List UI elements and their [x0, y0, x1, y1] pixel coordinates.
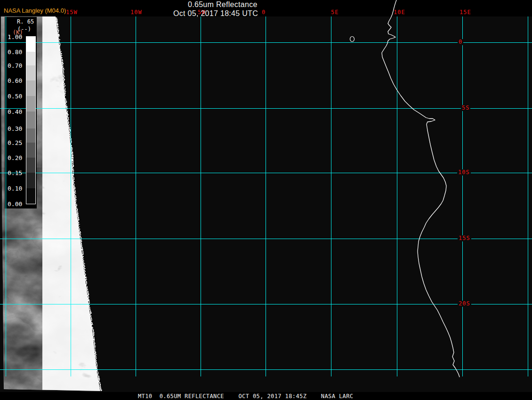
colorbar-step — [26, 37, 35, 52]
colorbar-step — [26, 80, 35, 96]
colorbar-tick-label: 0.50 — [8, 93, 22, 100]
satellite-viewer: 15W 10W 5W 0 5E 10E 15E NASA Langley (M0… — [0, 0, 532, 400]
legend-title: R. 65 — [17, 18, 34, 25]
lon-label-10w: 10W — [130, 10, 142, 15]
colorbar-tick-label: 0.15 — [8, 169, 22, 176]
colorbar-step — [26, 188, 35, 204]
lat-label-0: 0 — [458, 39, 463, 45]
colorbar-tick-label: 0.70 — [8, 62, 22, 69]
colorbar-tick-label: 0.80 — [8, 48, 22, 56]
colorbar-step — [26, 52, 35, 65]
colorbar-tick-label: 0.30 — [8, 125, 22, 132]
lon-label-10e: 10E — [394, 10, 405, 15]
colorbar-tick-label: 0.40 — [8, 108, 22, 115]
lon-label-0: 0 — [262, 10, 266, 15]
lat-label-15s: 15S — [458, 235, 471, 241]
colorbar-tick-label: 0.10 — [8, 185, 22, 192]
colorbar-tick-label: 0.20 — [8, 154, 22, 161]
colorbar-tick-label: 0.00 — [8, 200, 22, 208]
lat-label-5s: 5S — [461, 105, 470, 111]
colorbar-step — [26, 128, 35, 143]
colorbar-step — [26, 143, 35, 158]
colorbar-step — [26, 96, 35, 112]
lon-label-5e: 5E — [331, 10, 339, 15]
footer-caption: MT10 0.65UM REFLECTANCE OCT 05, 2017 18:… — [138, 393, 353, 400]
page-subtitle-timestamp: Oct 05, 2017 18:45 UTC — [173, 9, 258, 18]
colorbar-tick-label: 0.25 — [8, 139, 22, 146]
lon-label-15w: 15W — [66, 10, 78, 15]
colorbar-step — [26, 173, 35, 188]
colorbar-step — [26, 158, 35, 173]
lat-label-20s: 20S — [458, 301, 471, 307]
colorbar-tick-label: 0.60 — [8, 77, 22, 84]
colorbar-step — [26, 112, 35, 128]
source-label: NASA Langley (M04.0) — [4, 7, 66, 14]
reflectance-colorbar — [26, 37, 35, 204]
colorbar-tick-label: 1.00 — [8, 33, 22, 40]
colorbar-step — [26, 65, 35, 80]
lat-label-10s: 10S — [457, 169, 471, 176]
lon-label-15e: 15E — [459, 10, 471, 15]
page-title: 0.65um Reflectance — [188, 0, 258, 9]
map-overlay: 15W 10W 5W 0 5E 10E 15E NASA Langley (M0… — [0, 0, 532, 400]
